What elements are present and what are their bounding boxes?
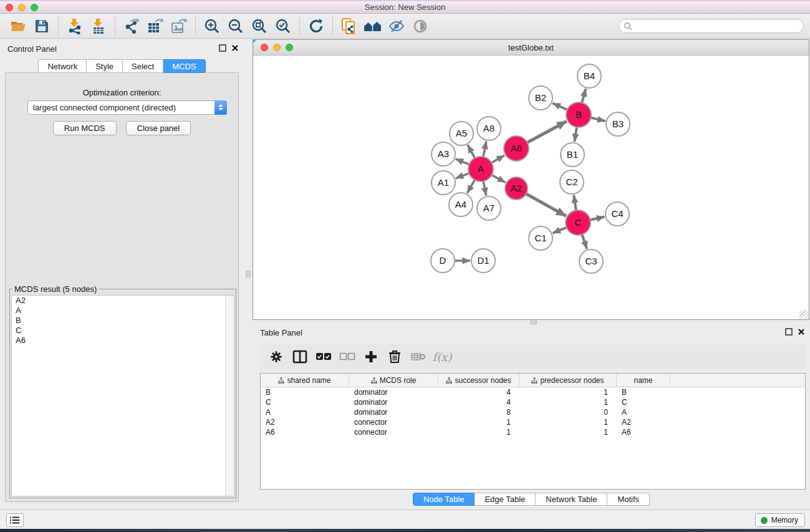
graph-node-A1[interactable]: A1 [432, 171, 455, 195]
deselect-all-button[interactable] [337, 347, 357, 367]
graph-node-A7[interactable]: A7 [477, 196, 501, 220]
network-minimize-button[interactable] [273, 44, 281, 51]
tab-node-table[interactable]: Node Table [413, 493, 475, 506]
graph-node-B2[interactable]: B2 [529, 86, 552, 110]
graph-node-C4[interactable]: C4 [605, 202, 629, 226]
tab-select[interactable]: Select [123, 59, 163, 73]
export-image-button[interactable] [167, 16, 191, 37]
graph-node-B4[interactable]: B4 [577, 64, 601, 88]
function-builder-button[interactable]: f(x) [432, 347, 452, 367]
apply-layout-button[interactable] [304, 16, 328, 37]
graph-node-A[interactable]: A [468, 157, 493, 181]
add-column-button[interactable] [361, 347, 381, 367]
table-settings-button[interactable] [266, 347, 286, 367]
window-resize-grip[interactable] [799, 310, 808, 319]
graph-node-C3[interactable]: C3 [579, 249, 603, 273]
table-row[interactable]: A6connector11A6 [261, 427, 805, 437]
vertical-splitter[interactable] [244, 39, 253, 510]
graph-node-A5[interactable]: A5 [450, 122, 473, 145]
close-panel-button[interactable]: Close panel [126, 121, 191, 135]
delete-table-button[interactable] [408, 347, 428, 367]
mcds-result-item[interactable]: C [12, 326, 234, 336]
graph-node-A3[interactable]: A3 [432, 142, 455, 166]
delete-table-icon [411, 352, 426, 362]
show-graphics-details-button[interactable] [408, 16, 432, 37]
export-table-button[interactable] [143, 16, 167, 37]
memory-button[interactable]: Memory [755, 513, 805, 527]
graph-node-C2[interactable]: C2 [560, 170, 584, 194]
graph-node-A4[interactable]: A4 [449, 193, 473, 216]
memory-label: Memory [771, 516, 798, 525]
import-network-button[interactable] [63, 16, 87, 37]
task-history-button[interactable] [6, 513, 24, 527]
graph-node-B1[interactable]: B1 [561, 143, 584, 167]
network-close-button[interactable] [261, 44, 268, 51]
mcds-result-item[interactable]: A2 [12, 296, 234, 306]
import-network-icon [67, 18, 83, 34]
graph-node-C1[interactable]: C1 [529, 226, 552, 250]
tab-network[interactable]: Network [38, 59, 87, 73]
eye-slash-icon [388, 19, 405, 34]
import-table-button[interactable] [87, 16, 110, 37]
graph-node-A6[interactable]: A6 [504, 136, 529, 161]
close-window-button[interactable] [6, 4, 13, 11]
float-panel-icon[interactable] [219, 44, 226, 52]
graph-node-D1[interactable]: D1 [471, 249, 495, 273]
show-column-button[interactable] [290, 347, 310, 367]
export-network-button[interactable] [120, 16, 143, 37]
table-row[interactable]: A2connector11A2 [261, 417, 805, 427]
open-session-button[interactable] [6, 16, 30, 37]
column-header-shared-name[interactable]: shared name [261, 374, 349, 387]
run-mcds-button[interactable]: Run MCDS [53, 121, 117, 135]
zoom-in-button[interactable] [200, 16, 224, 37]
zoom-window-button[interactable] [31, 4, 38, 11]
save-session-button[interactable] [30, 16, 54, 37]
show-overview-button[interactable] [361, 16, 385, 37]
column-header-name[interactable]: name [617, 374, 670, 387]
table-row[interactable]: Adominator80A [261, 407, 805, 417]
zoom-fit-button[interactable] [248, 16, 271, 37]
graph-node-B[interactable]: B [566, 102, 591, 127]
tab-style[interactable]: Style [87, 59, 123, 73]
criterion-selected-value: largest connected component (directed) [28, 103, 215, 112]
network-window-titlebar[interactable]: testGlobe.txt [253, 40, 809, 56]
column-header-predecessor-nodes[interactable]: predecessor nodes [519, 374, 617, 387]
network-zoom-button[interactable] [286, 44, 293, 51]
select-all-button[interactable] [314, 347, 334, 367]
tab-motifs[interactable]: Motifs [607, 493, 650, 506]
hide-graphics-details-button[interactable] [385, 16, 408, 37]
criterion-select[interactable]: largest connected component (directed) [27, 100, 227, 115]
zoom-selected-button[interactable] [271, 16, 295, 37]
tab-mcds[interactable]: MCDS [163, 59, 205, 73]
minimize-window-button[interactable] [18, 4, 26, 11]
graph-node-B3[interactable]: B3 [606, 112, 630, 136]
window-controls [6, 4, 38, 11]
mcds-list-scrollbar[interactable] [225, 296, 234, 496]
network-canvas[interactable]: AA1A2A3A4A5A6A7A8BB1B2B3B4CC1C2C3C4DD1 [253, 56, 809, 319]
table-cell: 1 [438, 418, 519, 427]
clone-network-icon [341, 17, 357, 35]
tab-network-table[interactable]: Network Table [536, 493, 607, 506]
mcds-result-item[interactable]: B [12, 316, 234, 326]
new-network-from-selection-button[interactable] [337, 16, 361, 37]
splitter-handle[interactable] [246, 271, 251, 278]
mcds-result-item[interactable]: A [12, 306, 234, 316]
table-row[interactable]: Bdominator41B [261, 387, 805, 397]
graph-node-C[interactable]: C [566, 210, 591, 235]
mcds-result-item[interactable]: A6 [12, 336, 234, 346]
graph-node-D[interactable]: D [431, 249, 455, 273]
search-input[interactable] [632, 21, 803, 32]
svg-text:A2: A2 [511, 183, 522, 193]
column-header-successor-nodes[interactable]: successor nodes [438, 374, 519, 387]
column-header-MCDS-role[interactable]: MCDS role [349, 374, 438, 387]
graph-node-A8[interactable]: A8 [477, 117, 501, 140]
svg-text:A1: A1 [438, 177, 449, 188]
float-panel-icon[interactable] [785, 328, 793, 336]
zoom-out-button[interactable] [224, 16, 248, 37]
graph-node-A2[interactable]: A2 [505, 177, 528, 200]
close-panel-icon[interactable] [231, 44, 239, 52]
tab-edge-table[interactable]: Edge Table [475, 493, 536, 506]
table-row[interactable]: Cdominator41C [261, 397, 805, 407]
delete-column-button[interactable] [385, 347, 405, 367]
close-panel-icon[interactable] [798, 328, 805, 336]
